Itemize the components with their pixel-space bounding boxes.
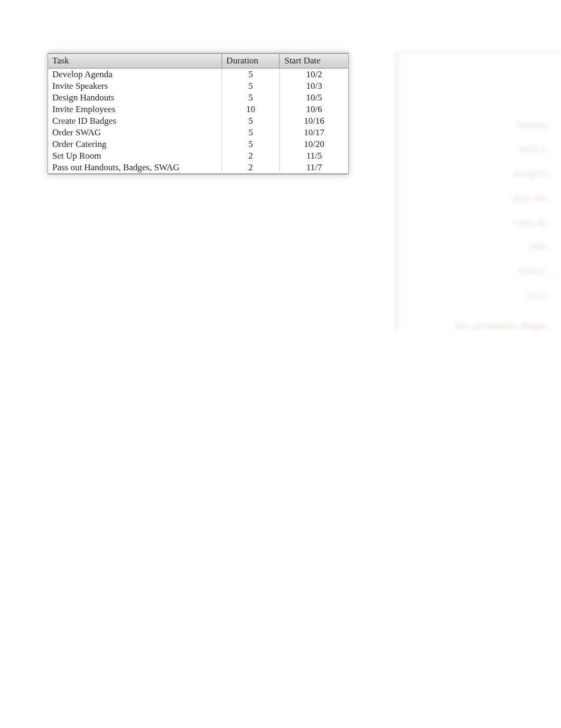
cell-duration: 5 xyxy=(222,115,280,127)
cell-task: Develop Agenda xyxy=(48,68,222,80)
cell-start-date: 11/7 xyxy=(279,162,348,174)
cell-duration: 2 xyxy=(222,162,280,174)
chart-label: Create ID… xyxy=(513,218,555,227)
cell-task: Order SWAG xyxy=(48,127,222,139)
cell-start-date: 11/5 xyxy=(279,150,348,162)
cell-start-date: 10/3 xyxy=(279,80,348,92)
gantt-chart-panel: Develop… Invite S… Design H… Invite Em… … xyxy=(396,52,560,348)
table-row: Set Up Room211/5 xyxy=(48,150,348,162)
cell-start-date: 10/5 xyxy=(279,92,348,104)
chart-label: Invite S… xyxy=(520,145,555,154)
table-row: Invite Employees1010/6 xyxy=(48,104,348,115)
cell-task: Design Handouts xyxy=(48,92,222,104)
chart-label: Pass out Handouts, Badges… xyxy=(455,321,555,331)
chart-label: Orde… xyxy=(529,242,555,252)
table-row: Order SWAG510/17 xyxy=(48,127,348,139)
chart-label: Invite Em… xyxy=(512,193,555,203)
header-task: Task xyxy=(48,54,222,69)
task-table-container: Task Duration Start Date Develop Agenda5… xyxy=(48,53,349,174)
cell-start-date: 10/17 xyxy=(279,127,348,139)
cell-task: Invite Speakers xyxy=(48,80,222,92)
table-row: Develop Agenda510/2 xyxy=(48,68,348,80)
cell-task: Order Catering xyxy=(48,139,222,150)
table-row: Pass out Handouts, Badges, SWAG211/7 xyxy=(48,162,348,174)
table-row: Create ID Badges510/16 xyxy=(48,115,348,127)
chart-label: Design H… xyxy=(514,169,555,179)
cell-task: Set Up Room xyxy=(48,150,222,162)
header-start-date: Start Date xyxy=(279,54,348,69)
cell-task: Create ID Badges xyxy=(48,115,222,127)
table-row: Order Catering510/20 xyxy=(48,139,348,150)
header-duration: Duration xyxy=(222,54,280,69)
cell-duration: 10 xyxy=(222,104,280,115)
cell-duration: 5 xyxy=(222,68,280,80)
cell-duration: 5 xyxy=(222,80,280,92)
table-header-row: Task Duration Start Date xyxy=(48,54,348,69)
cell-start-date: 10/2 xyxy=(279,68,348,80)
chart-label: Develop… xyxy=(518,121,555,130)
cell-start-date: 10/6 xyxy=(279,104,348,115)
cell-duration: 5 xyxy=(222,127,280,139)
chart-label: Order C… xyxy=(519,266,555,276)
cell-task: Invite Employees xyxy=(48,104,222,115)
cell-start-date: 10/16 xyxy=(279,115,348,127)
cell-start-date: 10/20 xyxy=(279,139,348,150)
cell-duration: 2 xyxy=(222,150,280,162)
cell-duration: 5 xyxy=(222,92,280,104)
cell-duration: 5 xyxy=(222,139,280,150)
chart-label: Set U… xyxy=(527,291,555,300)
table-row: Invite Speakers510/3 xyxy=(48,80,348,92)
task-table: Task Duration Start Date Develop Agenda5… xyxy=(48,53,348,174)
chart-y-axis-labels: Develop… Invite S… Design H… Invite Em… … xyxy=(512,121,555,300)
table-row: Design Handouts510/5 xyxy=(48,92,348,104)
cell-task: Pass out Handouts, Badges, SWAG xyxy=(48,162,222,174)
